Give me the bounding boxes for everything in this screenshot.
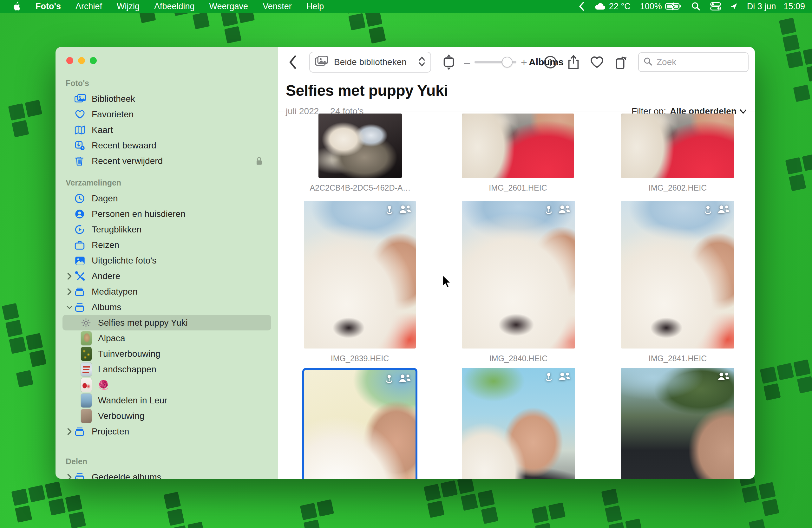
trash-icon [74, 156, 92, 166]
control-center-icon[interactable] [710, 2, 721, 11]
chevron-collapse-icon[interactable] [579, 2, 584, 11]
sidebar-item-tuinverbouwing[interactable]: Tuinverbouwing [62, 346, 271, 362]
sidebar-item-gedeelde-albums[interactable]: Gedeelde albums [62, 469, 271, 479]
map-icon [74, 125, 92, 135]
cloud-icon [594, 2, 606, 11]
sidebar-item-recent-bewaard[interactable]: Recent bewaard [62, 138, 271, 153]
sidebar-item-selfies-met-puppy-yuki[interactable]: Selfies met puppy Yuki [62, 315, 271, 331]
sidebar-item-alpaca[interactable]: Alpaca [62, 331, 271, 346]
photo-thumbnail[interactable] [621, 368, 734, 479]
wallpaper-pattern [532, 506, 549, 524]
menu-item-weergave[interactable]: Weergave [209, 2, 248, 11]
menu-bar-status: 22 °C 100% Di 3 jun 15:09 [579, 2, 812, 11]
clock-icon [74, 193, 92, 204]
sidebar-item-label: Recent bewaard [92, 141, 156, 151]
album-thumbnail [81, 378, 92, 392]
photo-filename: IMG_2839.HEIC [309, 354, 411, 363]
photo-thumbnail-selected[interactable] [302, 368, 417, 479]
photos-pair-icon [315, 56, 329, 69]
sidebar-item-wandelen-in-leur[interactable]: Wandelen in Leur [62, 393, 271, 408]
photo-thumbnail[interactable] [462, 201, 575, 349]
sidebar-item-andere[interactable]: Andere [62, 268, 271, 284]
person-circle-icon [74, 209, 92, 219]
menu-item-fotos[interactable]: Foto's [35, 2, 61, 11]
photo-thumbnail[interactable] [318, 114, 402, 178]
menu-item-help[interactable]: Help [306, 2, 324, 11]
weather-status[interactable]: 22 °C [594, 2, 630, 11]
zoom-control: – + [464, 57, 527, 68]
photo-thumbnail[interactable] [621, 114, 734, 178]
album-thumbnail [81, 347, 92, 361]
chevron-right-icon[interactable] [64, 473, 74, 479]
photo-thumbnail[interactable] [462, 114, 574, 178]
sidebar-item-terugblikken[interactable]: Terugblikken [62, 222, 271, 237]
share-icon[interactable] [567, 55, 580, 70]
people-badge-icon [717, 205, 730, 215]
photo-thumbnail[interactable] [462, 368, 575, 479]
sidebar-item-personen-en-huisdieren[interactable]: Personen en huisdieren [62, 206, 271, 222]
wallpaper-pattern [760, 367, 778, 384]
photo-thumbnail[interactable] [621, 201, 734, 349]
apple-menu-icon[interactable] [13, 2, 21, 11]
album-thumbnail [81, 363, 92, 377]
menu-item-venster[interactable]: Venster [263, 2, 292, 11]
favorite-heart-icon[interactable] [590, 56, 604, 69]
memories-icon [74, 224, 92, 235]
search-field[interactable]: Zoek [638, 52, 749, 72]
location-pin-badge-icon [543, 205, 554, 217]
info-icon[interactable] [543, 56, 557, 69]
sidebar-item-recent-verwijderd[interactable]: Recent verwijderd [62, 153, 271, 169]
zoom-slider-thumb[interactable] [502, 57, 512, 68]
aspect-ratio-icon[interactable] [442, 54, 456, 70]
zoom-in-button[interactable]: + [521, 57, 527, 68]
zoom-slider[interactable] [475, 61, 517, 63]
menu-item-archief[interactable]: Archief [75, 2, 102, 11]
mouse-cursor [441, 275, 452, 289]
photo-thumbnail[interactable] [304, 201, 416, 349]
sidebar-item-bibliotheek[interactable]: Bibliotheek [62, 91, 271, 106]
battery-status[interactable]: 100% [640, 2, 682, 11]
chevron-right-icon[interactable] [64, 428, 74, 436]
sidebar-item-verbouwing[interactable]: Verbouwing [62, 408, 271, 424]
chevron-right-icon[interactable] [64, 273, 74, 280]
sidebar-item-label: Bibliotheek [92, 94, 135, 104]
sidebar-item-landschappen[interactable]: Landschappen [62, 362, 271, 377]
menu-item-afbeelding[interactable]: Afbeelding [154, 2, 195, 11]
photo-filename: A2C2CB4B-2DC5-462D-A… [309, 183, 411, 192]
location-arrow-icon [730, 3, 738, 10]
chevron-right-icon[interactable] [64, 288, 74, 296]
sidebar-item-favorieten[interactable]: Favorieten [62, 106, 271, 122]
wallpaper-pattern [164, 492, 181, 509]
wallpaper-pattern [300, 503, 318, 520]
battery-charging-icon [665, 2, 682, 11]
menu-item-wijzig[interactable]: Wijzig [117, 2, 140, 11]
photos-library-icon [74, 94, 92, 104]
back-button[interactable] [288, 55, 297, 69]
clock-status[interactable]: Di 3 jun 15:09 [747, 2, 805, 11]
chevron-down-icon[interactable] [64, 304, 74, 310]
menu-bar: Foto'sArchiefWijzigAfbeeldingWeergaveVen… [0, 0, 812, 13]
sidebar-sections: Foto'sBibliotheekFavorietenKaartRecent b… [56, 47, 278, 479]
album-stack-icon [74, 426, 92, 437]
zoom-out-button[interactable]: – [464, 57, 470, 68]
menu-time: 15:09 [783, 2, 805, 11]
spotlight-search-icon[interactable] [691, 2, 701, 11]
sidebar-section-title: Verzamelingen [66, 178, 278, 187]
library-selector[interactable]: Beide bibliotheken [309, 52, 431, 73]
sidebar-item-dagen[interactable]: Dagen [62, 191, 271, 206]
sidebar-item-uitgelichte-foto-s[interactable]: Uitgelichte foto's [62, 253, 271, 268]
sidebar-item-mediatypen[interactable]: Mediatypen [62, 284, 271, 299]
sidebar-item-[interactable]: 🧶 [62, 377, 271, 393]
sidebar-item-reizen[interactable]: Reizen [62, 237, 271, 253]
rotate-icon[interactable] [614, 55, 628, 70]
sidebar-item-label: Terugblikken [92, 224, 142, 235]
wallpaper-pattern [2, 303, 19, 321]
photo-filename: IMG_2601.HEIC [467, 183, 569, 192]
sidebar-item-label: Uitgelichte foto's [92, 255, 157, 266]
sidebar-item-kaart[interactable]: Kaart [62, 122, 271, 138]
tools-icon [74, 271, 92, 281]
sidebar-item-projecten[interactable]: Projecten [62, 424, 271, 439]
album-thumbnail [81, 394, 92, 408]
sidebar-item-albums[interactable]: Albums [62, 299, 271, 315]
location-pin-badge-icon [543, 372, 554, 384]
